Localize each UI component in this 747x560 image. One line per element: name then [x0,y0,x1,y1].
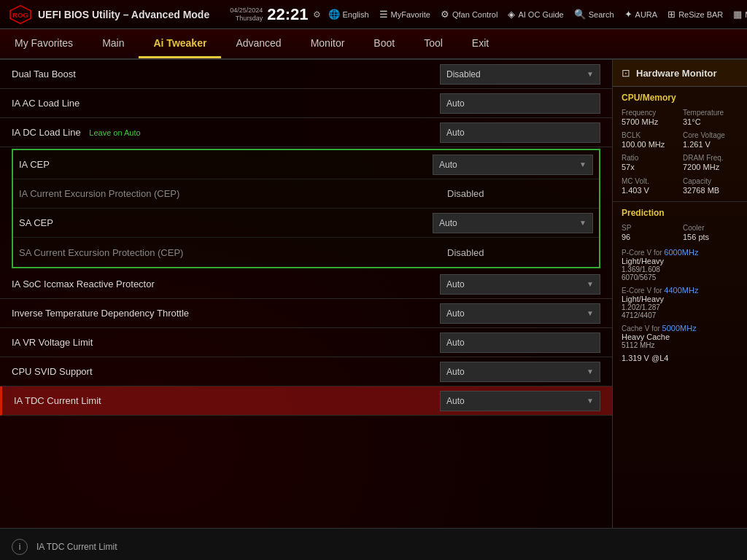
freq-label: Frequency 5700 MHz [622,109,677,127]
core-voltage-label: Core Voltage 1.261 V [683,131,738,149]
l4-prediction-row: 1.319 V @L4 [622,354,738,362]
info-text: IA TDC Current Limit [36,542,117,552]
cooler-item: Cooler 156 pts [683,224,738,242]
label-ia-ac-load-line: IA AC Load Line [12,98,440,109]
value-ia-current-excursion: Disabled [447,188,593,199]
menu-icon: ☰ [379,9,388,20]
rog-logo-icon: ROG [9,4,32,25]
label-cpu-svid: CPU SVID Support [12,366,440,377]
value-inverse-temp: Auto [446,308,465,319]
tool-qfan[interactable]: ⚙ Qfan Control [441,9,498,20]
aura-icon: ✦ [624,9,632,20]
nav-main[interactable]: Main [88,29,139,58]
ai-icon: ◈ [508,9,515,20]
label-inverse-temp: Inverse Temperature Dependency Throttle [12,308,440,319]
app-title: UEFI BIOS Utility – Advanced Mode [38,9,209,20]
label-ia-cep: IA CEP [19,159,433,170]
label-dual-tau-boost: Dual Tau Boost [12,69,440,79]
dropdown-ia-tdc-current-limit[interactable]: Auto ▼ [440,391,600,411]
tool-search[interactable]: 🔍 Search [574,9,614,20]
nav-ai-tweaker[interactable]: Ai Tweaker [139,29,221,58]
nav-my-favorites[interactable]: My Favorites [0,29,88,58]
row-ia-tdc-current-limit: IA TDC Current Limit Auto ▼ [0,386,612,416]
nav-exit[interactable]: Exit [457,29,503,58]
nav-tool[interactable]: Tool [409,29,457,58]
dropdown-sa-cep[interactable]: Auto ▼ [433,213,593,233]
dram-freq-label: DRAM Freq. 7200 MHz [683,154,738,172]
row-cpu-svid: CPU SVID Support Auto ▼ [0,357,612,386]
value-ia-tdc-current-limit: Auto [446,396,465,406]
nav-boot[interactable]: Boot [359,29,409,58]
row-ia-cep: IA CEP Auto ▼ [13,150,599,179]
prediction-section: Prediction SP 96 Cooler 156 pts P-Core V… [613,202,747,373]
row-ia-soc-iccmax: IA SoC Iccmax Reactive Protector Auto ▼ [0,270,612,299]
resize-icon: ⊞ [667,9,676,20]
row-dual-tau-boost: Dual Tau Boost Disabled ▼ [0,60,612,89]
header-day: Thursday [236,15,263,23]
tool-english[interactable]: 🌐 English [328,9,369,20]
settings-gear-icon[interactable]: ⚙ [313,9,321,20]
hw-monitor-title: Hardware Monitor [636,68,717,79]
row-ia-vr-voltage: IA VR Voltage Limit Auto [0,328,612,357]
header-date: 04/25/2024 [230,7,263,15]
dropdown-ia-soc-iccmax[interactable]: Auto ▼ [440,274,600,295]
field-ia-ac-load-line[interactable]: Auto [440,93,600,114]
content-area[interactable]: Dual Tau Boost Disabled ▼ IA AC Load Lin… [0,60,612,528]
sp-item: SP 96 [622,224,677,242]
dropdown-inverse-temp[interactable]: Auto ▼ [440,303,600,324]
label-ia-tdc-current-limit: IA TDC Current Limit [14,395,440,406]
cache-prediction-row: Cache V for 5000MHz Heavy Cache 5112 MHz [622,324,738,349]
dropdown-ia-cep[interactable]: Auto ▼ [433,155,593,175]
header-time: 22:21 [267,5,308,24]
field-ia-vr-voltage[interactable]: Auto [440,332,600,353]
row-ia-dc-load-line: IA DC Load Line Leave on Auto Auto [0,118,612,147]
row-ia-current-excursion: IA Current Excursion Protection (CEP) Di… [13,179,599,209]
pcore-prediction-row: P-Core V for 6000MHz Light/Heavy 1.369/1… [622,248,738,281]
value-cpu-svid: Auto [446,367,465,377]
dropdown-arrow-icon: ▼ [587,309,594,317]
hw-monitor-header: ⊡ Hardware Monitor [613,60,747,87]
bclk-label: BCLK 100.00 MHz [622,131,677,149]
dropdown-cpu-svid[interactable]: Auto ▼ [440,362,600,382]
value-sa-cep: Auto [439,218,457,228]
dropdown-arrow-icon: ▼ [579,160,587,168]
tool-resizebar[interactable]: ⊞ ReSize BAR [667,9,723,20]
svg-text:ROG: ROG [12,11,28,19]
tool-memtest[interactable]: ▦ MemTest86 [733,9,747,20]
header-bar: ROG UEFI BIOS Utility – Advanced Mode 04… [0,0,747,29]
value-ia-soc-iccmax: Auto [446,279,465,289]
cpu-memory-title: CPU/Memory [622,93,738,103]
info-icon: i [12,539,28,555]
capacity-label: Capacity 32768 MB [683,177,738,195]
value-dual-tau-boost: Disabled [446,69,481,79]
globe-icon: 🌐 [328,9,340,20]
tool-myfavorite[interactable]: ☰ MyFavorite [379,9,430,20]
label-sa-current-excursion: SA Current Excursion Protection (CEP) [19,247,447,258]
tool-aura[interactable]: ✦ AURA [624,9,658,20]
tool-aioc[interactable]: ◈ AI OC Guide [508,9,563,20]
fan-icon: ⚙ [441,9,449,20]
monitor-icon: ⊡ [622,67,630,79]
main-layout: Dual Tau Boost Disabled ▼ IA AC Load Lin… [0,60,747,528]
dropdown-arrow-icon: ▼ [579,219,587,227]
dropdown-arrow-icon: ▼ [587,280,594,288]
label-ia-dc-load-line: IA DC Load Line Leave on Auto [12,127,440,138]
label-sa-cep: SA CEP [19,217,433,228]
prediction-title: Prediction [622,208,738,218]
dropdown-arrow-icon: ▼ [587,397,594,405]
temp-label: Temperature 31°C [683,109,738,127]
hw-monitor-panel: ⊡ Hardware Monitor CPU/Memory Frequency … [612,60,747,528]
ecore-prediction-row: E-Core V for 4400MHz Light/Heavy 1.202/1… [622,286,738,319]
field-ia-dc-load-line[interactable]: Auto [440,122,600,143]
value-sa-current-excursion: Disabled [447,247,593,258]
cpu-memory-section: CPU/Memory Frequency 5700 MHz Temperatur… [613,87,747,202]
dropdown-arrow-icon: ▼ [587,70,594,78]
cpu-memory-grid: Frequency 5700 MHz Temperature 31°C BCLK… [622,109,738,195]
cep-group-box: IA CEP Auto ▼ IA Current Excursion Prote… [12,149,600,268]
row-inverse-temp: Inverse Temperature Dependency Throttle … [0,299,612,328]
dropdown-dual-tau-boost[interactable]: Disabled ▼ [440,64,600,85]
nav-monitor[interactable]: Monitor [296,29,360,58]
row-sa-current-excursion: SA Current Excursion Protection (CEP) Di… [13,238,599,267]
row-sa-cep: SA CEP Auto ▼ [13,209,599,238]
nav-advanced[interactable]: Advanced [221,29,295,58]
